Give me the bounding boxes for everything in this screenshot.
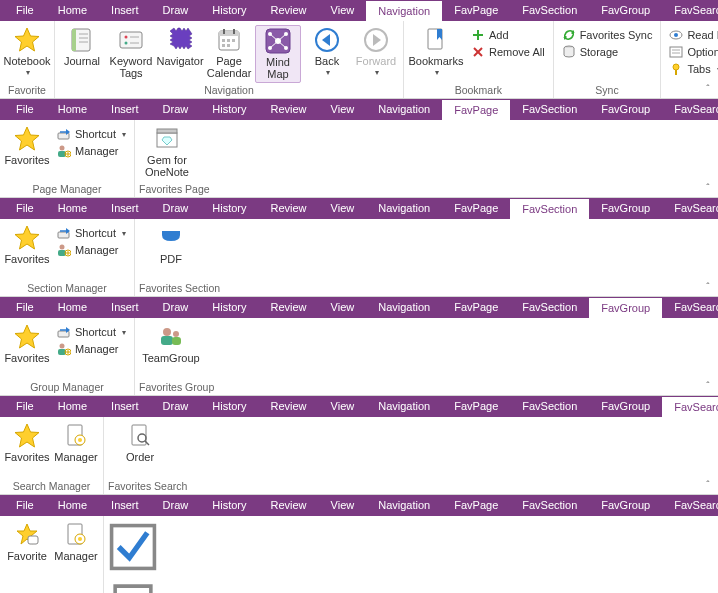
tab-file[interactable]: File <box>4 198 46 219</box>
collapse-ribbon-button[interactable]: ˆ <box>701 379 715 393</box>
tab-view[interactable]: View <box>319 396 367 417</box>
favorites-button[interactable]: Favorites <box>4 421 50 465</box>
tab-view[interactable]: View <box>319 297 367 318</box>
tab-favgroup[interactable]: FavGroup <box>589 198 662 219</box>
favorites-button[interactable]: Favorites <box>4 223 50 267</box>
tab-draw[interactable]: Draw <box>151 99 201 120</box>
collapse-ribbon-button[interactable]: ˆ <box>701 181 715 195</box>
collapse-ribbon-button[interactable]: ˆ <box>701 82 715 96</box>
manager-button[interactable]: Manager <box>53 143 130 159</box>
tab-navigation[interactable]: Navigation <box>366 396 442 417</box>
favorites-button[interactable]: Favorites <box>4 322 50 366</box>
pdf-button[interactable]: PDF <box>139 223 203 267</box>
order-button[interactable]: Order <box>108 421 172 465</box>
manager-button[interactable]: Manager <box>53 242 130 258</box>
gem-onenote-button[interactable]: Gem for OneNote <box>139 124 195 180</box>
tab-favgroup[interactable]: FavGroup <box>589 495 662 516</box>
remove-all-button[interactable]: Remove All <box>467 44 549 60</box>
tab-favsearch[interactable]: FavSearch <box>662 297 718 318</box>
favorites-button[interactable]: Favorites <box>4 124 50 168</box>
tab-review[interactable]: Review <box>259 396 319 417</box>
tab-review[interactable]: Review <box>259 198 319 219</box>
favorite-button[interactable]: Favorite <box>4 520 50 564</box>
speech-icon[interactable] <box>108 579 158 593</box>
tab-favgroup[interactable]: FavGroup <box>589 0 662 21</box>
forward-button[interactable]: Forward ▾ <box>353 25 399 81</box>
tab-favsection[interactable]: FavSection <box>510 198 589 219</box>
tab-file[interactable]: File <box>4 495 46 516</box>
tab-navigation[interactable]: Navigation <box>366 297 442 318</box>
tab-favsection[interactable]: FavSection <box>510 396 589 417</box>
tab-favsection[interactable]: FavSection <box>510 0 589 21</box>
tab-history[interactable]: History <box>200 198 258 219</box>
tab-favsection[interactable]: FavSection <box>510 297 589 318</box>
tab-insert[interactable]: Insert <box>99 297 151 318</box>
tab-home[interactable]: Home <box>46 495 99 516</box>
tab-favsearch[interactable]: FavSearch <box>662 198 718 219</box>
page-calendar-button[interactable]: Page Calendar <box>206 25 252 81</box>
tab-file[interactable]: File <box>4 0 46 21</box>
tab-insert[interactable]: Insert <box>99 198 151 219</box>
tab-review[interactable]: Review <box>259 495 319 516</box>
tab-history[interactable]: History <box>200 0 258 21</box>
favorites-sync-button[interactable]: Favorites Sync <box>558 27 657 43</box>
tab-navigation[interactable]: Navigation <box>366 0 442 21</box>
tab-draw[interactable]: Draw <box>151 0 201 21</box>
tab-navigation[interactable]: Navigation <box>366 495 442 516</box>
tab-favgroup[interactable]: FavGroup <box>589 99 662 120</box>
bookmarks-button[interactable]: Bookmarks ▾ <box>408 25 464 81</box>
tab-draw[interactable]: Draw <box>151 396 201 417</box>
tabs-button[interactable]: Tabs▾ <box>665 61 718 77</box>
tab-view[interactable]: View <box>319 198 367 219</box>
tab-favsearch[interactable]: FavSearch <box>662 495 718 516</box>
back-button[interactable]: Back ▾ <box>304 25 350 81</box>
tab-favsearch[interactable]: FavSearch <box>662 99 718 120</box>
tab-favpage[interactable]: FavPage <box>442 99 510 120</box>
tab-home[interactable]: Home <box>46 396 99 417</box>
notebook-button[interactable]: Notebook ▾ <box>4 25 50 81</box>
tab-favgroup[interactable]: FavGroup <box>589 297 662 318</box>
tab-history[interactable]: History <box>200 297 258 318</box>
collapse-ribbon-button[interactable]: ˆ <box>701 280 715 294</box>
tab-history[interactable]: History <box>200 495 258 516</box>
tab-home[interactable]: Home <box>46 297 99 318</box>
tab-insert[interactable]: Insert <box>99 99 151 120</box>
manager-button[interactable]: Manager <box>53 341 130 357</box>
tab-home[interactable]: Home <box>46 198 99 219</box>
read-mode-button[interactable]: Read Mode <box>665 27 718 43</box>
tab-insert[interactable]: Insert <box>99 495 151 516</box>
mind-map-button[interactable]: Mind Map <box>255 25 301 83</box>
shortcut-button[interactable]: Shortcut▾ <box>53 225 130 241</box>
manager-button[interactable]: Manager <box>53 520 99 564</box>
add-bookmark-button[interactable]: Add <box>467 27 549 43</box>
storage-button[interactable]: Storage <box>558 44 657 60</box>
shortcut-button[interactable]: Shortcut▾ <box>53 126 130 142</box>
shortcut-button[interactable]: Shortcut▾ <box>53 324 130 340</box>
tab-view[interactable]: View <box>319 0 367 21</box>
tab-file[interactable]: File <box>4 297 46 318</box>
checkbox-icon[interactable] <box>108 522 158 572</box>
teamgroup-button[interactable]: TeamGroup <box>139 322 203 366</box>
manager-button[interactable]: Manager <box>53 421 99 465</box>
tab-favpage[interactable]: FavPage <box>442 0 510 21</box>
tab-favsection[interactable]: FavSection <box>510 495 589 516</box>
options-button[interactable]: Options <box>665 44 718 60</box>
keyword-tags-button[interactable]: Keyword Tags <box>108 25 154 81</box>
tab-favpage[interactable]: FavPage <box>442 198 510 219</box>
tab-view[interactable]: View <box>319 99 367 120</box>
tab-favsearch[interactable]: FavSearch <box>662 396 718 417</box>
tab-favpage[interactable]: FavPage <box>442 495 510 516</box>
tab-view[interactable]: View <box>319 495 367 516</box>
tab-home[interactable]: Home <box>46 99 99 120</box>
tab-draw[interactable]: Draw <box>151 495 201 516</box>
tab-navigation[interactable]: Navigation <box>366 198 442 219</box>
tab-review[interactable]: Review <box>259 0 319 21</box>
tab-favsection[interactable]: FavSection <box>510 99 589 120</box>
tab-history[interactable]: History <box>200 99 258 120</box>
collapse-ribbon-button[interactable]: ˆ <box>701 478 715 492</box>
tab-file[interactable]: File <box>4 396 46 417</box>
navigator-button[interactable]: Navigator <box>157 25 203 69</box>
tab-home[interactable]: Home <box>46 0 99 21</box>
tab-review[interactable]: Review <box>259 99 319 120</box>
tab-draw[interactable]: Draw <box>151 297 201 318</box>
